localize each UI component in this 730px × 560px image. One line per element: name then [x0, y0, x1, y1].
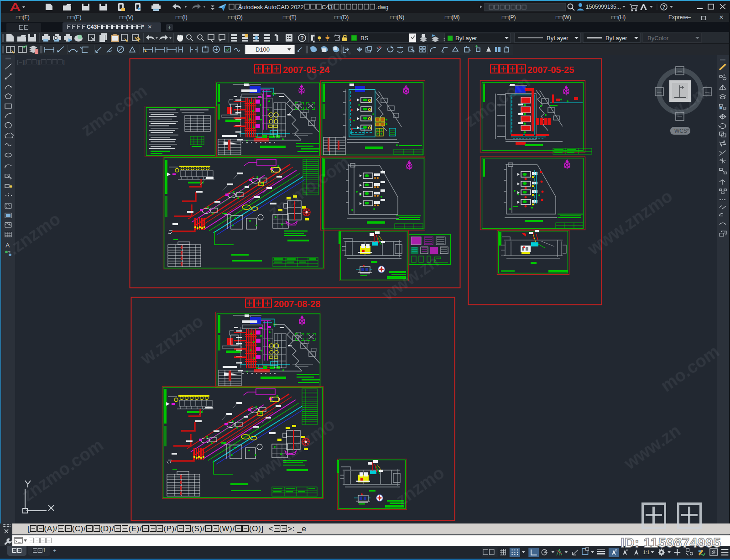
svg-text:2007-05-25: 2007-05-25	[527, 65, 574, 75]
svg-text:w.znz: w.znz	[666, 80, 715, 122]
svg-text:www.znzmo: www.znzmo	[584, 186, 676, 259]
svg-text:.znzmo: .znzmo	[5, 209, 64, 258]
svg-text:znzmo: znzmo	[392, 463, 448, 509]
svg-text:w.znzmo: w.znzmo	[137, 311, 207, 368]
svg-text:www.zn: www.zn	[620, 421, 684, 473]
svg-text:o.com: o.com	[301, 40, 354, 85]
svg-text:2007-08-28: 2007-08-28	[274, 299, 320, 309]
svg-text:mo.com: mo.com	[657, 342, 722, 396]
svg-text:zmo.com: zmo.com	[78, 81, 150, 140]
svg-text:znzmo.com: znzmo.com	[18, 435, 107, 505]
